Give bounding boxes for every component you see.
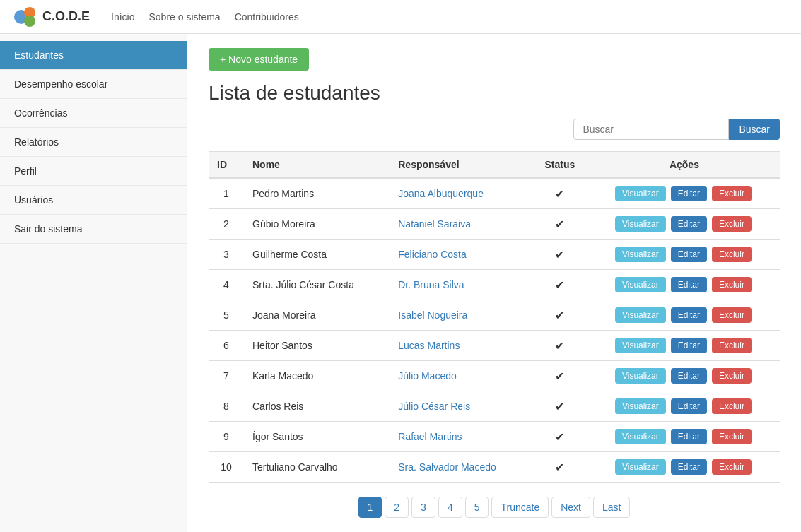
cell-actions: Visualizar Editar Excluir	[589, 209, 780, 240]
edit-button[interactable]: Editar	[671, 186, 707, 201]
page-btn-truncate[interactable]: Truncate	[491, 497, 549, 518]
sidebar-item-usuarios[interactable]: Usuários	[0, 186, 187, 215]
edit-button[interactable]: Editar	[671, 459, 707, 475]
edit-button[interactable]: Editar	[671, 398, 707, 414]
delete-button[interactable]: Excluir	[712, 186, 752, 201]
search-input[interactable]	[573, 119, 729, 140]
table-header-row: ID Nome Responsável Status Ações	[209, 152, 780, 179]
page-btn-5[interactable]: 5	[465, 497, 489, 518]
delete-button[interactable]: Excluir	[712, 338, 752, 353]
responsible-link[interactable]: Sra. Salvador Macedo	[398, 461, 496, 473]
cell-id: 2	[209, 209, 244, 240]
sidebar-item-perfil[interactable]: Perfil	[0, 157, 187, 186]
col-header-status: Status	[531, 152, 589, 179]
cell-actions: Visualizar Editar Excluir	[589, 270, 780, 300]
responsible-link[interactable]: Júlio Macedo	[398, 370, 457, 382]
sidebar: Estudantes Desempenho escolar Ocorrência…	[0, 34, 187, 532]
cell-status: ✔	[531, 331, 589, 361]
table-row: 5 Joana Moreira Isabel Nogueira ✔ Visual…	[209, 300, 780, 331]
responsible-link[interactable]: Rafael Martins	[398, 431, 462, 442]
view-button[interactable]: Visualizar	[615, 216, 666, 232]
cell-actions: Visualizar Editar Excluir	[589, 240, 780, 270]
search-button[interactable]: Buscar	[729, 119, 780, 140]
edit-button[interactable]: Editar	[671, 429, 707, 444]
cell-id: 10	[209, 452, 244, 483]
edit-button[interactable]: Editar	[671, 247, 707, 262]
edit-button[interactable]: Editar	[671, 307, 707, 323]
new-student-button[interactable]: + Novo estudante	[209, 48, 309, 71]
page-btn-4[interactable]: 4	[438, 497, 462, 518]
main-content: + Novo estudante Lista de estudantes Bus…	[187, 34, 801, 532]
delete-button[interactable]: Excluir	[712, 429, 752, 444]
responsible-link[interactable]: Dr. Bruna Silva	[398, 279, 464, 290]
cell-name: Joana Moreira	[244, 300, 390, 331]
cell-name: Guilherme Costa	[244, 240, 390, 270]
col-header-actions: Ações	[589, 152, 780, 179]
sidebar-item-ocorrencias[interactable]: Ocorrências	[0, 99, 187, 128]
status-check: ✔	[555, 279, 564, 291]
view-button[interactable]: Visualizar	[615, 338, 666, 353]
page-btn-1[interactable]: 1	[358, 497, 382, 518]
view-button[interactable]: Visualizar	[615, 398, 666, 414]
responsible-link[interactable]: Feliciano Costa	[398, 249, 467, 260]
cell-id: 8	[209, 391, 244, 422]
view-button[interactable]: Visualizar	[615, 247, 666, 262]
delete-button[interactable]: Excluir	[712, 398, 752, 414]
page-btn-next[interactable]: Next	[551, 497, 590, 518]
nav-contribuidores[interactable]: Contribuidores	[235, 11, 299, 23]
cell-responsible: Nataniel Saraiva	[390, 209, 531, 240]
cell-responsible: Sra. Salvador Macedo	[390, 452, 531, 483]
edit-button[interactable]: Editar	[671, 368, 707, 384]
view-button[interactable]: Visualizar	[615, 277, 666, 292]
table-body: 1 Pedro Martins Joana Albuquerque ✔ Visu…	[209, 178, 780, 483]
page-layout: Estudantes Desempenho escolar Ocorrência…	[0, 34, 801, 532]
cell-id: 9	[209, 422, 244, 452]
cell-responsible: Júlio Macedo	[390, 361, 531, 391]
page-btn-2[interactable]: 2	[385, 497, 409, 518]
nav-sobre[interactable]: Sobre o sistema	[148, 11, 220, 23]
page-btn-3[interactable]: 3	[411, 497, 435, 518]
status-check: ✔	[555, 370, 564, 382]
cell-name: Karla Macedo	[244, 361, 390, 391]
view-button[interactable]: Visualizar	[615, 368, 666, 384]
sidebar-item-estudantes[interactable]: Estudantes	[0, 41, 187, 70]
page-btn-last[interactable]: Last	[593, 497, 630, 518]
responsible-link[interactable]: Joana Albuquerque	[398, 188, 484, 199]
delete-button[interactable]: Excluir	[712, 247, 752, 262]
edit-button[interactable]: Editar	[671, 338, 707, 353]
nav-inicio[interactable]: Início	[111, 11, 134, 23]
view-button[interactable]: Visualizar	[615, 429, 666, 444]
view-button[interactable]: Visualizar	[615, 459, 666, 475]
cell-id: 3	[209, 240, 244, 270]
delete-button[interactable]: Excluir	[712, 277, 752, 292]
table-row: 6 Heitor Santos Lucas Martins ✔ Visualiz…	[209, 331, 780, 361]
students-table: ID Nome Responsável Status Ações 1 Pedro…	[209, 151, 780, 483]
view-button[interactable]: Visualizar	[615, 186, 666, 201]
cell-responsible: Rafael Martins	[390, 422, 531, 452]
col-header-id: ID	[209, 152, 244, 179]
cell-name: Tertuliano Carvalho	[244, 452, 390, 483]
edit-button[interactable]: Editar	[671, 277, 707, 292]
responsible-link[interactable]: Júlio César Reis	[398, 401, 470, 412]
cell-status: ✔	[531, 300, 589, 331]
responsible-link[interactable]: Lucas Martins	[398, 340, 460, 351]
cell-responsible: Júlio César Reis	[390, 391, 531, 422]
cell-name: Carlos Reis	[244, 391, 390, 422]
cell-actions: Visualizar Editar Excluir	[589, 422, 780, 452]
sidebar-item-relatorios[interactable]: Relatórios	[0, 128, 187, 157]
delete-button[interactable]: Excluir	[712, 459, 752, 475]
sidebar-item-sair[interactable]: Sair do sistema	[0, 215, 187, 244]
status-check: ✔	[555, 461, 564, 473]
cell-responsible: Lucas Martins	[390, 331, 531, 361]
delete-button[interactable]: Excluir	[712, 307, 752, 323]
cell-status: ✔	[531, 240, 589, 270]
delete-button[interactable]: Excluir	[712, 216, 752, 232]
responsible-link[interactable]: Isabel Nogueira	[398, 309, 467, 321]
cell-actions: Visualizar Editar Excluir	[589, 331, 780, 361]
responsible-link[interactable]: Nataniel Saraiva	[398, 218, 471, 230]
edit-button[interactable]: Editar	[671, 216, 707, 232]
sidebar-item-desempenho[interactable]: Desempenho escolar	[0, 70, 187, 99]
view-button[interactable]: Visualizar	[615, 307, 666, 323]
delete-button[interactable]: Excluir	[712, 368, 752, 384]
top-navigation: C.O.D.E Início Sobre o sistema Contribui…	[0, 0, 801, 34]
